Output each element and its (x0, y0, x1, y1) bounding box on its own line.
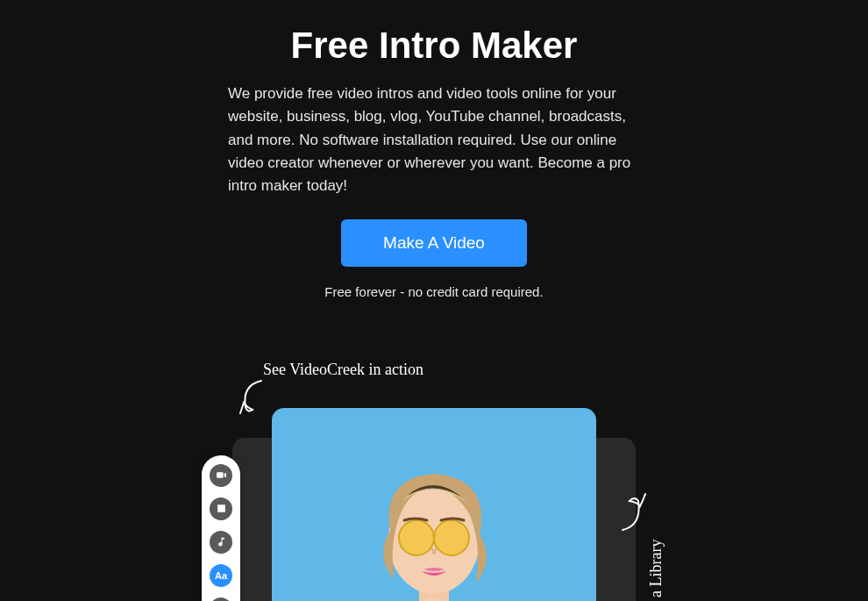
hero-subnote: Free forever - no credit card required. (0, 284, 868, 299)
text-icon[interactable]: Aa (210, 564, 232, 587)
hero-section: Free Intro Maker We provide free video i… (0, 0, 868, 299)
see-action-label: See VideoCreek in action (263, 361, 423, 379)
video-preview (272, 408, 596, 601)
person-illustration (320, 443, 548, 601)
media-library-label: a Library (647, 539, 665, 597)
page-title: Free Intro Maker (0, 25, 868, 67)
arrow-left-icon (235, 376, 270, 420)
more-icon[interactable] (210, 597, 232, 601)
image-icon[interactable] (210, 497, 232, 520)
editor-toolbar: Aa (202, 455, 240, 601)
music-icon[interactable] (210, 531, 232, 554)
arrow-right-icon (614, 490, 649, 534)
demo-area: See VideoCreek in action (0, 361, 868, 601)
text-icon-label: Aa (215, 570, 227, 581)
video-icon[interactable] (210, 464, 232, 487)
hero-description: We provide free video intros and video t… (228, 82, 640, 198)
make-video-button[interactable]: Make A Video (341, 219, 527, 267)
